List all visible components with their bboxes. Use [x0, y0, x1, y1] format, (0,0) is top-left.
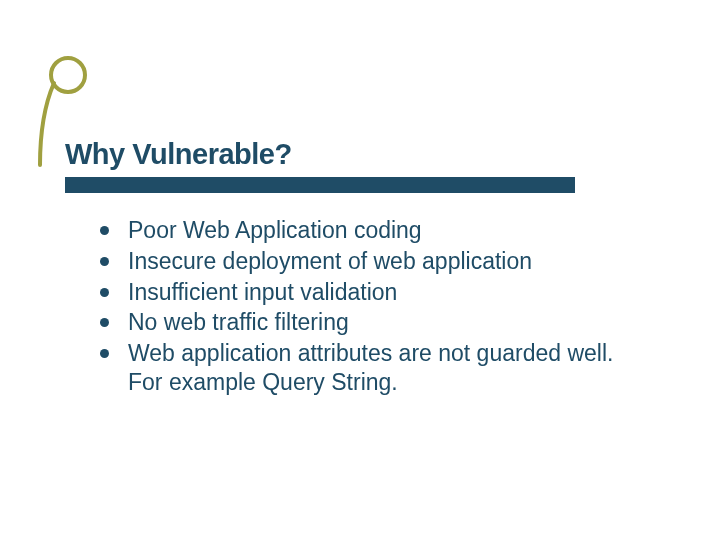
bullet-text: Poor Web Application coding [128, 217, 422, 243]
title-block: Why Vulnerable? [65, 138, 625, 193]
slide-title: Why Vulnerable? [65, 138, 625, 171]
bullet-dot-icon [100, 318, 109, 327]
bullet-dot-icon [100, 226, 109, 235]
bullet-dot-icon [100, 349, 109, 358]
list-item: No web traffic filtering [100, 308, 640, 337]
svg-point-0 [51, 58, 85, 92]
slide: Why Vulnerable? Poor Web Application cod… [0, 0, 720, 540]
bullet-text: Insufficient input validation [128, 279, 397, 305]
bullet-text: No web traffic filtering [128, 309, 349, 335]
list-item: Insecure deployment of web application [100, 247, 640, 276]
bullet-dot-icon [100, 288, 109, 297]
bullet-text: Insecure deployment of web application [128, 248, 532, 274]
title-underline-bar [65, 177, 575, 193]
bullet-dot-icon [100, 257, 109, 266]
bullet-list: Poor Web Application coding Insecure dep… [100, 216, 640, 399]
bullet-text: Web application attributes are not guard… [128, 340, 613, 395]
list-item: Poor Web Application coding [100, 216, 640, 245]
list-item: Insufficient input validation [100, 278, 640, 307]
list-item: Web application attributes are not guard… [100, 339, 640, 397]
